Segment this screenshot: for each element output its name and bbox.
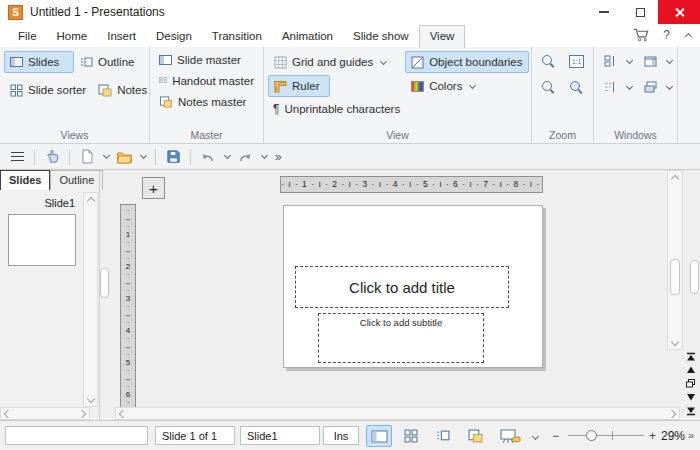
notes-view-icon bbox=[98, 84, 112, 97]
tab-outline[interactable]: Outline bbox=[50, 170, 103, 190]
open-file-dropdown-icon[interactable] bbox=[140, 152, 147, 159]
menu-view[interactable]: View bbox=[419, 25, 466, 48]
title-placeholder[interactable]: Click to add title bbox=[295, 266, 509, 308]
grid-and-guides-button[interactable]: Grid and guides bbox=[268, 51, 405, 73]
panel-splitter-handle[interactable] bbox=[100, 268, 109, 298]
scroll-down-icon[interactable] bbox=[668, 335, 682, 348]
notes-master-button[interactable]: Notes master bbox=[154, 93, 259, 110]
maximize-button[interactable] bbox=[622, 0, 658, 24]
help-icon[interactable]: ? bbox=[663, 28, 670, 42]
zoom-page-button[interactable] bbox=[565, 77, 589, 97]
object-boundaries-icon bbox=[411, 56, 424, 69]
notes-view-button-status[interactable] bbox=[462, 425, 488, 447]
quick-toolbar: » bbox=[0, 144, 700, 170]
undo-button[interactable] bbox=[199, 147, 217, 167]
first-slide-button[interactable] bbox=[683, 350, 698, 364]
app-window: S Untitled 1 - Presentations File Home I… bbox=[0, 0, 700, 450]
panel-scroll-up-icon[interactable] bbox=[84, 194, 98, 207]
slideshow-button[interactable] bbox=[496, 425, 524, 447]
zoom-slider-track[interactable] bbox=[568, 435, 644, 436]
previous-slide-icon bbox=[686, 365, 696, 375]
slide-sorter-view-button[interactable] bbox=[398, 425, 424, 447]
next-slide-button[interactable] bbox=[683, 391, 698, 405]
menu-animation[interactable]: Animation bbox=[272, 26, 343, 47]
collapse-ribbon-icon[interactable] bbox=[685, 32, 692, 39]
tab-slides[interactable]: Slides bbox=[0, 170, 50, 190]
zoom-selection-button[interactable] bbox=[537, 51, 561, 71]
tab-stop-selector[interactable]: + bbox=[142, 177, 165, 199]
slide-thumbnail[interactable] bbox=[8, 214, 76, 266]
slideshow-dropdown-icon[interactable] bbox=[532, 433, 539, 440]
zoom-original-button[interactable]: 1:1 bbox=[565, 51, 589, 71]
redo-dropdown-icon[interactable] bbox=[261, 152, 268, 159]
window-list-dropdown-icon[interactable] bbox=[626, 82, 633, 89]
split-window-dropdown-icon[interactable] bbox=[626, 56, 633, 63]
panel-vertical-scrollbar[interactable] bbox=[83, 192, 98, 407]
previous-slide-button[interactable] bbox=[683, 364, 698, 378]
cart-icon[interactable] bbox=[633, 28, 650, 42]
zoom-slider-thumb[interactable] bbox=[586, 430, 597, 441]
save-button[interactable] bbox=[164, 147, 182, 167]
slide-name-box[interactable]: Slide1 bbox=[240, 426, 320, 445]
zoom-out-control[interactable]: − bbox=[552, 429, 559, 443]
scroll-right-icon[interactable] bbox=[665, 407, 679, 420]
new-document-button[interactable] bbox=[78, 147, 96, 167]
close-button[interactable] bbox=[658, 0, 700, 24]
panel-horizontal-scrollbar[interactable] bbox=[0, 407, 90, 420]
outline-view-button-status[interactable] bbox=[430, 425, 456, 447]
sidebar-splitter-handle[interactable] bbox=[690, 260, 699, 294]
statusbar-overflow-button[interactable]: » bbox=[688, 429, 694, 441]
touch-mode-button[interactable] bbox=[43, 147, 61, 167]
cascade-windows-button[interactable] bbox=[639, 77, 663, 97]
zoom-out-button[interactable] bbox=[537, 77, 561, 97]
menu-design[interactable]: Design bbox=[146, 26, 202, 47]
scroll-up-icon[interactable] bbox=[668, 172, 682, 185]
scroll-left-icon[interactable] bbox=[116, 407, 130, 420]
zoom-percentage[interactable]: 29% bbox=[661, 429, 685, 443]
new-window-dropdown-icon[interactable] bbox=[666, 56, 673, 63]
ruler-toggle-button[interactable]: Ruler bbox=[268, 75, 330, 97]
menu-slide-show[interactable]: Slide show bbox=[343, 26, 419, 47]
menu-insert[interactable]: Insert bbox=[97, 26, 146, 47]
last-slide-button[interactable] bbox=[683, 404, 698, 418]
window-list-button[interactable] bbox=[598, 77, 622, 97]
main-vertical-scrollbar[interactable] bbox=[667, 170, 683, 350]
insert-mode-box[interactable]: Ins bbox=[323, 426, 359, 445]
main-horizontal-scrollbar[interactable] bbox=[115, 407, 680, 420]
slide-canvas[interactable]: Click to add title Click to add subtitle bbox=[283, 205, 543, 368]
normal-view-button[interactable] bbox=[366, 425, 392, 447]
main-menu-button[interactable] bbox=[8, 147, 26, 167]
slide-sorter-button[interactable]: Slide sorter bbox=[4, 79, 92, 101]
new-window-button[interactable] bbox=[639, 51, 663, 71]
cascade-windows-dropdown-icon[interactable] bbox=[666, 82, 673, 89]
slides-view-button[interactable]: Slides bbox=[4, 51, 74, 73]
vertical-scrollbar-thumb[interactable] bbox=[670, 259, 680, 295]
unprintable-characters-button[interactable]: ¶ Unprintable characters bbox=[268, 100, 405, 117]
notes-view-button[interactable]: Notes bbox=[92, 79, 153, 101]
new-document-dropdown-icon[interactable] bbox=[103, 152, 110, 159]
ribbon-group-zoom: 1:1 Zoom bbox=[532, 47, 594, 143]
object-boundaries-button[interactable]: Object boundaries bbox=[405, 51, 528, 73]
menu-file[interactable]: File bbox=[8, 26, 47, 47]
menu-home[interactable]: Home bbox=[47, 26, 98, 47]
toolbar-overflow-button[interactable]: » bbox=[275, 150, 282, 164]
save-icon bbox=[166, 149, 181, 164]
navigate-slides-button[interactable] bbox=[683, 377, 698, 391]
outline-view-button[interactable]: Outline bbox=[74, 51, 140, 73]
zoom-in-control[interactable]: + bbox=[649, 429, 656, 443]
subtitle-placeholder[interactable]: Click to add subtitle bbox=[318, 313, 484, 363]
slide-count-box[interactable]: Slide 1 of 1 bbox=[155, 426, 235, 445]
colors-button[interactable]: Colors bbox=[405, 75, 528, 97]
split-window-button[interactable] bbox=[598, 51, 622, 71]
panel-scroll-down-icon[interactable] bbox=[84, 392, 98, 405]
slide-master-button[interactable]: Slide master bbox=[154, 51, 259, 68]
toolbar-separator bbox=[34, 149, 35, 165]
menu-transition[interactable]: Transition bbox=[202, 26, 272, 47]
minimize-button[interactable] bbox=[586, 0, 622, 24]
undo-dropdown-icon[interactable] bbox=[224, 152, 231, 159]
handout-master-button[interactable]: Handout master bbox=[154, 72, 259, 89]
panel-scroll-left-icon[interactable] bbox=[1, 407, 15, 420]
redo-button[interactable] bbox=[236, 147, 254, 167]
open-file-button[interactable] bbox=[115, 147, 133, 167]
panel-scroll-right-icon[interactable] bbox=[75, 407, 89, 420]
